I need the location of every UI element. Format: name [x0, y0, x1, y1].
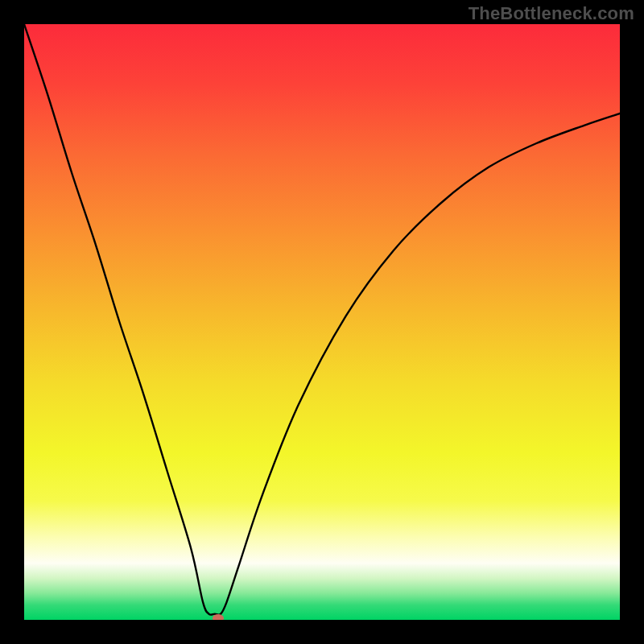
- curve-layer: [24, 24, 620, 620]
- watermark-text: TheBottleneck.com: [469, 3, 634, 24]
- chart-frame: TheBottleneck.com: [0, 0, 644, 644]
- optimal-point-marker: [213, 614, 224, 620]
- plot-area: [24, 24, 620, 620]
- bottleneck-curve: [24, 24, 620, 615]
